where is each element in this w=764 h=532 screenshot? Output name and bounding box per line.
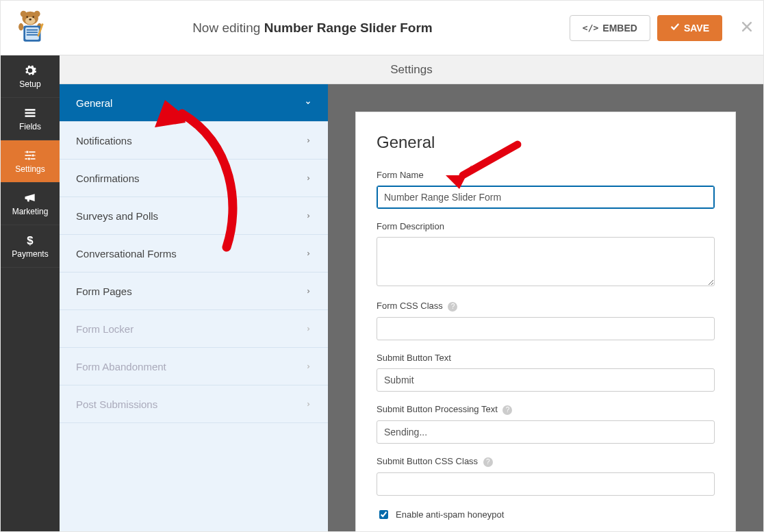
chevron-down-icon <box>305 98 311 108</box>
settings-item-notifications[interactable]: Notifications <box>60 122 328 160</box>
gear-icon <box>23 64 37 77</box>
general-settings-card: General Form Name Form Description Form … <box>355 112 736 531</box>
vnav-label: Marketing <box>12 207 49 216</box>
css-class-label-text: Form CSS Class <box>377 301 443 311</box>
chevron-right-icon <box>305 136 311 146</box>
settings-item-label: Form Abandonment <box>76 361 166 372</box>
submit-text-input[interactable] <box>377 368 715 392</box>
settings-item-label: General <box>76 97 112 109</box>
panels: General Notifications Confirmations <box>60 84 763 531</box>
chevron-right-icon <box>305 399 311 409</box>
form-description-input[interactable] <box>377 237 715 286</box>
chevron-right-icon <box>305 211 311 221</box>
submit-processing-input[interactable] <box>377 420 715 444</box>
submit-processing-label-text: Submit Button Processing Text <box>377 404 498 414</box>
vnav-item-fields[interactable]: Fields <box>1 98 60 140</box>
help-icon[interactable]: ? <box>483 457 493 467</box>
antispam-checkbox[interactable] <box>379 510 388 519</box>
top-toolbar: Now editing Number Range Slider Form </>… <box>1 1 763 55</box>
field-form-name: Form Name <box>377 170 715 209</box>
svg-point-4 <box>26 16 28 18</box>
help-icon[interactable]: ? <box>448 302 457 312</box>
settings-item-label: Confirmations <box>76 173 140 184</box>
settings-item-label: Conversational Forms <box>76 248 177 259</box>
chevron-right-icon <box>305 249 311 259</box>
svg-point-24 <box>31 154 34 157</box>
submit-css-label: Submit Button CSS Class ? <box>377 456 715 467</box>
vnav-item-payments[interactable]: $ Payments <box>1 225 60 268</box>
svg-point-1 <box>21 10 27 16</box>
embed-button[interactable]: </> EMBED <box>570 15 650 41</box>
svg-rect-18 <box>25 112 36 114</box>
settings-header: Settings <box>60 55 763 84</box>
form-name-input[interactable] <box>377 186 715 209</box>
chevron-right-icon <box>305 362 311 372</box>
settings-item-form-locker[interactable]: Form Locker <box>60 310 328 348</box>
settings-item-general[interactable]: General <box>60 84 328 122</box>
check-icon <box>670 22 680 34</box>
settings-item-surveys[interactable]: Surveys and Polls <box>60 197 328 235</box>
svg-text:$: $ <box>27 234 34 247</box>
dollar-icon: $ <box>23 233 37 247</box>
close-icon <box>740 20 754 34</box>
save-button[interactable]: SAVE <box>657 15 722 41</box>
submit-processing-label: Submit Button Processing Text ? <box>377 404 715 415</box>
field-css-class: Form CSS Class ? <box>377 301 715 340</box>
svg-point-23 <box>26 151 29 153</box>
app-logo <box>8 8 55 49</box>
settings-item-label: Notifications <box>76 135 132 147</box>
settings-item-post-submissions[interactable]: Post Submissions <box>60 385 328 423</box>
field-submit-css: Submit Button CSS Class ? <box>377 456 715 496</box>
title-prefix: Now editing <box>192 21 260 35</box>
field-submit-text: Submit Button Text <box>377 353 715 392</box>
save-button-label: SAVE <box>684 23 709 34</box>
bullhorn-icon <box>23 191 37 205</box>
sliders-icon <box>23 149 37 162</box>
form-name-label: Form Name <box>377 170 715 180</box>
settings-item-label: Surveys and Polls <box>76 210 158 222</box>
settings-item-form-abandonment[interactable]: Form Abandonment <box>60 348 328 385</box>
code-icon: </> <box>583 23 598 33</box>
settings-item-label: Form Pages <box>76 286 132 297</box>
vnav-item-marketing[interactable]: Marketing <box>1 183 60 225</box>
css-class-label: Form CSS Class ? <box>377 301 715 312</box>
vnav-item-setup[interactable]: Setup <box>1 55 60 98</box>
vnav-label: Fields <box>19 122 41 131</box>
toolbar-buttons: </> EMBED SAVE <box>570 15 722 41</box>
settings-item-label: Post Submissions <box>76 398 157 410</box>
vnav-label: Payments <box>12 249 48 259</box>
svg-point-2 <box>34 10 40 16</box>
chevron-right-icon <box>305 324 311 334</box>
svg-point-5 <box>32 16 34 18</box>
page-title: Now editing Number Range Slider Form <box>55 21 570 36</box>
svg-point-6 <box>29 18 31 21</box>
svg-rect-11 <box>27 29 38 30</box>
close-button[interactable] <box>740 17 754 38</box>
submit-css-input[interactable] <box>377 472 715 496</box>
css-class-input[interactable] <box>377 317 715 340</box>
svg-rect-13 <box>27 34 38 36</box>
chevron-right-icon <box>305 173 311 183</box>
form-title: Number Range Slider Form <box>264 21 433 35</box>
help-icon[interactable]: ? <box>502 405 512 415</box>
embed-button-label: EMBED <box>602 23 637 34</box>
field-submit-processing: Submit Button Processing Text ? <box>377 404 715 444</box>
antispam-row: Enable anti-spam honeypot <box>377 508 715 521</box>
settings-item-form-pages[interactable]: Form Pages <box>60 273 328 310</box>
vertical-nav: Setup Fields Settings Marketing $ Paymen… <box>1 55 60 531</box>
main-area: Setup Fields Settings Marketing $ Paymen… <box>1 55 763 531</box>
svg-rect-12 <box>27 31 38 33</box>
settings-item-label: Form Locker <box>76 323 133 335</box>
settings-item-conversational[interactable]: Conversational Forms <box>60 235 328 273</box>
vnav-label: Setup <box>19 79 40 89</box>
right-column: Settings General Notifications Con <box>60 55 763 531</box>
antispam-label: Enable anti-spam honeypot <box>396 509 504 520</box>
submit-css-label-text: Submit Button CSS Class <box>377 456 478 466</box>
svg-point-3 <box>25 16 35 24</box>
svg-point-25 <box>27 157 30 160</box>
svg-rect-19 <box>25 115 36 117</box>
settings-item-confirmations[interactable]: Confirmations <box>60 160 328 197</box>
vnav-label: Settings <box>15 164 44 174</box>
settings-list: General Notifications Confirmations <box>60 84 328 531</box>
vnav-item-settings[interactable]: Settings <box>1 140 60 183</box>
